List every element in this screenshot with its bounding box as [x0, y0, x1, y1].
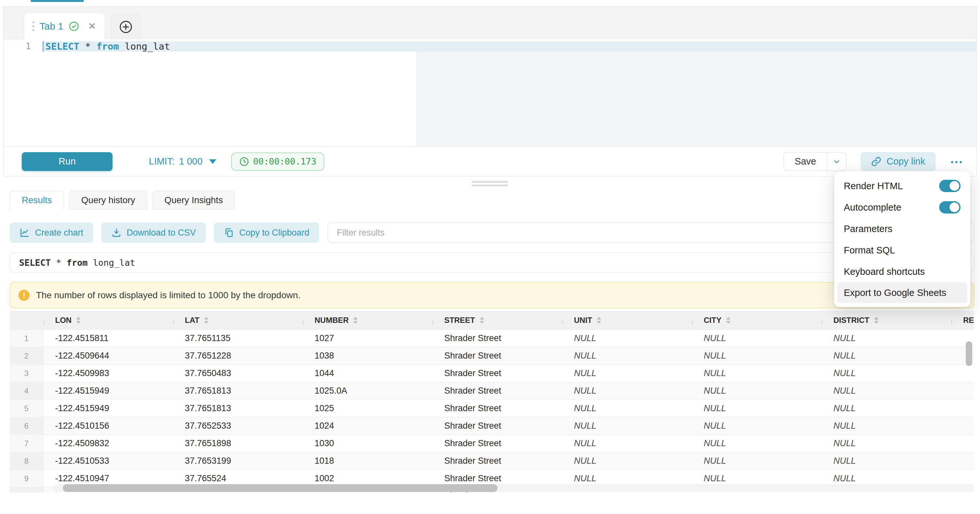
- row-number: 6: [10, 417, 43, 434]
- row-number: 8: [10, 452, 43, 469]
- cell-lat: 37.7651813: [173, 386, 303, 396]
- menu-item-keyboard-shortcuts[interactable]: Keyboard shortcuts: [834, 261, 970, 282]
- drag-handle-icon[interactable]: [32, 21, 34, 31]
- results-tab-query-insights[interactable]: Query Insights: [153, 191, 235, 210]
- editor-active-line[interactable]: 1 SELECT * from long_lat: [3, 41, 977, 52]
- cell-lat: 37.7651898: [173, 438, 303, 449]
- cell-street: Shrader Street: [433, 421, 562, 431]
- results-tab-results[interactable]: Results: [10, 191, 64, 210]
- sort-icon: [874, 317, 878, 324]
- sort-icon: [353, 317, 358, 324]
- clipboard-icon: [224, 227, 234, 238]
- save-button[interactable]: Save: [784, 153, 827, 171]
- sql-editor[interactable]: 1 SELECT * from long_lat: [3, 39, 977, 146]
- sort-icon: [726, 317, 730, 324]
- menu-item-autocomplete[interactable]: Autocomplete: [834, 196, 970, 218]
- cell-district: NULL: [822, 456, 951, 466]
- horizontal-scrollbar[interactable]: [53, 484, 974, 492]
- toggle-autocomplete-on[interactable]: [939, 201, 961, 214]
- table-header-row: LONLATNUMBERSTREETUNITCITYDISTRICTRE: [10, 311, 974, 330]
- table-row: 1-122.451581137.76511351027Shrader Stree…: [10, 330, 974, 347]
- table-row: 7-122.450983237.76518981030Shrader Stree…: [10, 435, 974, 452]
- run-button[interactable]: Run: [22, 152, 113, 171]
- save-options-button[interactable]: [827, 153, 846, 171]
- cell-unit: NULL: [562, 403, 692, 413]
- column-header-district[interactable]: DISTRICT: [822, 316, 951, 325]
- results-table: LONLATNUMBERSTREETUNITCITYDISTRICTRE 1-1…: [10, 311, 974, 493]
- cell-street: Shrader Street: [433, 438, 562, 449]
- editor-side-panel: [417, 52, 977, 146]
- vertical-scrollbar-thumb[interactable]: [966, 342, 972, 366]
- cell-city: NULL: [692, 351, 822, 361]
- cell-city: NULL: [692, 438, 822, 449]
- column-header-re[interactable]: RE: [951, 316, 974, 325]
- cell-lon: -122.4510156: [43, 421, 173, 431]
- cell-number: 1027: [303, 333, 433, 343]
- cell-lat: 37.7650483: [173, 368, 303, 378]
- clock-icon: [239, 156, 250, 167]
- menu-item-label: Export to Google Sheets: [844, 287, 946, 298]
- cell-lat: 37.7651135: [173, 333, 303, 343]
- cell-district: NULL: [822, 473, 951, 484]
- new-tab-button[interactable]: [111, 14, 141, 39]
- editor-tabbar: Tab 1 ✕: [3, 7, 977, 39]
- menu-item-render-html[interactable]: Render HTML: [834, 175, 970, 196]
- horizontal-scrollbar-thumb[interactable]: [63, 484, 498, 492]
- cell-city: NULL: [692, 333, 822, 343]
- pane-resize-handle[interactable]: [0, 177, 980, 191]
- cell-city: NULL: [692, 368, 822, 378]
- timer-value: 00:00:00.173: [253, 156, 317, 166]
- sql-editor-app: Tab 1 ✕ 1 SELECT * from long_lat: [0, 0, 980, 514]
- table-body: 1-122.451581137.76511351027Shrader Stree…: [10, 330, 974, 493]
- copy-link-button[interactable]: Copy link: [861, 152, 935, 171]
- cell-lat: 37.7652533: [173, 421, 303, 431]
- cell-district: NULL: [822, 386, 951, 396]
- chevron-down-icon: [832, 157, 841, 166]
- cell-district: NULL: [822, 351, 951, 361]
- row-number: 10: [10, 487, 43, 493]
- editor-empty-area[interactable]: [3, 52, 417, 146]
- menu-item-label: Parameters: [844, 223, 892, 234]
- cell-street: Shrader Street: [433, 473, 562, 484]
- row-number: 1: [10, 330, 43, 347]
- menu-item-format-sql[interactable]: Format SQL: [834, 239, 970, 261]
- row-limit-warning-banner: ! The number of rows displayed is limite…: [10, 282, 974, 308]
- save-split-button: Save: [783, 152, 846, 171]
- toggle-render-html-on[interactable]: [939, 180, 961, 192]
- close-icon[interactable]: ✕: [88, 21, 96, 31]
- cell-street: Shrader Street: [433, 351, 562, 361]
- row-number: 3: [10, 365, 43, 382]
- results-tab-query-history[interactable]: Query history: [69, 191, 147, 210]
- cell-lat: 37.7653199: [173, 456, 303, 466]
- cell-street: Shrader Street: [433, 456, 562, 466]
- cell-city: NULL: [692, 456, 822, 466]
- column-header-number[interactable]: NUMBER: [303, 316, 433, 325]
- editor-tab-1[interactable]: Tab 1 ✕: [24, 13, 105, 39]
- cell-lat: 37.765524: [173, 473, 303, 484]
- sort-icon: [204, 317, 208, 324]
- column-header-unit[interactable]: UNIT: [562, 316, 692, 325]
- row-number: 5: [10, 400, 43, 417]
- copy-clipboard-button[interactable]: Copy to Clipboard: [214, 223, 319, 243]
- limit-dropdown[interactable]: LIMIT: 1 000: [149, 156, 216, 167]
- sort-icon: [597, 317, 601, 324]
- cell-street: Shrader Street: [433, 368, 562, 378]
- cell-number: 1024: [303, 421, 433, 431]
- column-header-lon[interactable]: LON: [43, 316, 173, 325]
- column-header-lat[interactable]: LAT: [173, 316, 303, 325]
- cell-unit: NULL: [562, 351, 692, 361]
- menu-item-export-to-google-sheets[interactable]: Export to Google Sheets: [837, 282, 967, 303]
- cell-city: NULL: [692, 421, 822, 431]
- cell-unit: NULL: [562, 456, 692, 466]
- sort-icon: [76, 317, 81, 324]
- menu-item-label: Format SQL: [844, 245, 895, 256]
- cell-lon: -122.4510947: [43, 473, 173, 484]
- menu-item-parameters[interactable]: Parameters: [834, 218, 970, 239]
- create-chart-button[interactable]: Create chart: [10, 223, 93, 243]
- column-header-city[interactable]: CITY: [692, 316, 822, 325]
- column-header-street[interactable]: STREET: [433, 316, 562, 325]
- results-panel: ResultsQuery historyQuery Insights Creat…: [0, 191, 980, 493]
- download-csv-button[interactable]: Download to CSV: [102, 223, 205, 243]
- cell-number: 1025: [303, 403, 433, 413]
- cell-unit: NULL: [562, 438, 692, 449]
